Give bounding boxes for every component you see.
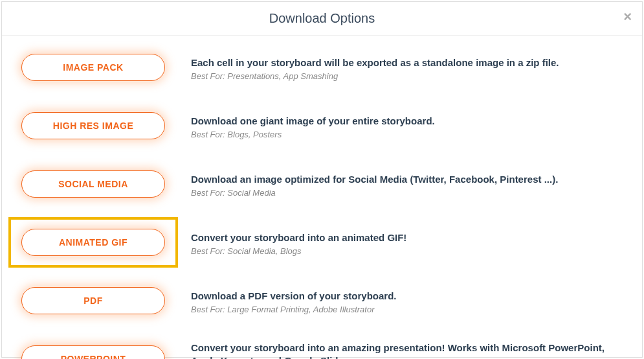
option-description: Convert your storyboard into an animated… <box>191 229 624 256</box>
best-for-text: Best For: Large Format Printing, Adobe I… <box>191 305 624 314</box>
option-row-high-res-image: HIGH RES IMAGE Download one giant image … <box>8 100 624 151</box>
option-row-social-media: SOCIAL MEDIA Download an image optimized… <box>8 159 624 209</box>
option-row-animated-gif: ANIMATED GIF Convert your storyboard int… <box>8 217 624 268</box>
close-icon[interactable]: × <box>623 10 632 24</box>
pdf-button[interactable]: PDF <box>21 287 165 314</box>
option-description: Download one giant image of your entire … <box>191 112 624 139</box>
description-text: Convert your storyboard into an animated… <box>191 231 624 244</box>
modal-title: Download Options <box>269 11 375 26</box>
best-for-text: Best For: Social Media, Blogs <box>191 246 624 256</box>
best-for-text: Best For: Presentations, App Smashing <box>191 71 624 81</box>
option-description: Download an image optimized for Social M… <box>191 170 624 198</box>
button-wrap: PDF <box>8 275 178 326</box>
button-wrap: IMAGE PACK <box>8 42 178 93</box>
image-pack-button[interactable]: IMAGE PACK <box>21 54 165 81</box>
button-wrap-highlighted: ANIMATED GIF <box>8 217 178 268</box>
high-res-image-button[interactable]: HIGH RES IMAGE <box>21 112 165 139</box>
option-row-pdf: PDF Download a PDF version of your story… <box>8 275 624 326</box>
animated-gif-button[interactable]: ANIMATED GIF <box>21 229 165 256</box>
option-description: Each cell in your storyboard will be exp… <box>191 54 624 81</box>
option-row-powerpoint: POWERPOINT Convert your storyboard into … <box>8 334 624 359</box>
description-text: Convert your storyboard into an amazing … <box>191 342 624 359</box>
option-row-image-pack: IMAGE PACK Each cell in your storyboard … <box>8 42 624 93</box>
description-text: Download an image optimized for Social M… <box>191 173 624 186</box>
button-wrap: SOCIAL MEDIA <box>8 159 178 209</box>
modal-body: IMAGE PACK Each cell in your storyboard … <box>2 36 642 359</box>
description-text: Each cell in your storyboard will be exp… <box>191 56 624 69</box>
option-description: Download a PDF version of your storyboar… <box>191 287 624 314</box>
modal-header: Download Options × <box>2 2 642 36</box>
option-description: Convert your storyboard into an amazing … <box>191 339 624 359</box>
button-wrap: HIGH RES IMAGE <box>8 100 178 151</box>
download-options-modal: Download Options × IMAGE PACK Each cell … <box>1 1 643 358</box>
button-wrap: POWERPOINT <box>8 334 178 359</box>
powerpoint-button[interactable]: POWERPOINT <box>21 345 165 359</box>
description-text: Download one giant image of your entire … <box>191 115 624 128</box>
social-media-button[interactable]: SOCIAL MEDIA <box>21 170 165 198</box>
best-for-text: Best For: Blogs, Posters <box>191 130 624 139</box>
best-for-text: Best For: Social Media <box>191 188 624 198</box>
description-text: Download a PDF version of your storyboar… <box>191 290 624 303</box>
